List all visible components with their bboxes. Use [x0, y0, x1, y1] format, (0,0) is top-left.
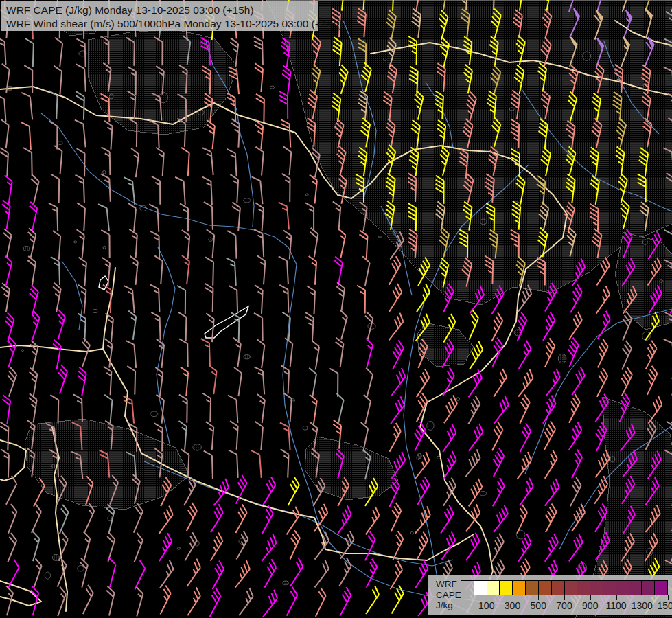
legend-label-variable: CAPE [436, 590, 461, 601]
cape-scale-cell [629, 581, 642, 595]
cape-scale-tick-label: 1100 [605, 600, 626, 611]
contour-blob [283, 581, 288, 585]
cape-scale-cell [500, 581, 513, 595]
cape-scale-cell [603, 581, 616, 595]
contour-blob [103, 170, 106, 174]
cape-legend-label: WRF CAPE J/kg [436, 579, 461, 611]
cape-scale-cell [552, 581, 565, 595]
wrf-cape-shear-map [0, 0, 672, 618]
contour-blob [193, 444, 202, 450]
contour-blob [305, 194, 308, 196]
contour-blob [417, 456, 420, 460]
cape-scale-cell [539, 581, 552, 595]
cape-scale-cell [526, 581, 539, 595]
legend-label-units: J/kg [436, 600, 461, 611]
cape-scale-tick [668, 595, 669, 600]
cape-scale-tick [513, 595, 513, 600]
cape-colorbar [461, 580, 668, 595]
contour-blob [610, 457, 615, 462]
contour-blob [558, 354, 566, 363]
cape-scale-tick [642, 595, 642, 600]
cape-scale-tick [590, 595, 591, 600]
contour-blob [642, 240, 647, 245]
contour-blob [52, 554, 59, 560]
cape-scale-cell [513, 581, 526, 595]
cape-scale-tick-label: 300 [505, 600, 520, 611]
cape-scale-cell [565, 581, 578, 595]
cape-scale-tick-label: 500 [531, 600, 546, 611]
cape-scale-tick-label: 1500 [657, 600, 672, 611]
cape-scale-tick [487, 595, 487, 600]
cape-scale-tick-label: 700 [556, 600, 572, 611]
cape-scale-cell [642, 581, 655, 595]
contour-blob [23, 246, 30, 251]
contour-blob [480, 219, 487, 225]
cape-scale-cell [590, 581, 603, 595]
map-title-overlay: WRF CAPE (J/kg) Monday 13-10-2025 03:00 … [1, 1, 318, 31]
contour-blob [244, 355, 250, 359]
contour-blob [509, 108, 514, 111]
cape-scale-tick-label: 900 [582, 600, 598, 611]
legend-label-model: WRF [436, 579, 461, 590]
cape-scale-cell [616, 581, 629, 595]
cape-scale-tick-label: 100 [478, 600, 494, 611]
cape-legend: WRF CAPE J/kg 10030050070090011001300150… [428, 575, 672, 615]
contour-blob [177, 547, 180, 549]
contour-blob [209, 238, 213, 241]
cape-scale-tick [564, 595, 565, 600]
weather-map-stage: WRF CAPE (J/kg) Monday 13-10-2025 03:00 … [0, 0, 672, 618]
cape-scale-tick [616, 595, 617, 600]
cape-scale-tick [538, 595, 539, 600]
cape-scale-cell [577, 581, 590, 595]
cape-scale-cell [461, 581, 474, 595]
title-windshear-line: WRF Wind shear (m/s) 500/1000hPa Monday … [6, 17, 313, 31]
cape-scale-tick-label: 1300 [632, 600, 653, 611]
title-cape-line: WRF CAPE (J/kg) Monday 13-10-2025 03:00 … [6, 3, 313, 17]
contour-blob [109, 94, 113, 99]
contour-blob [103, 246, 106, 249]
cape-scale-cell [487, 581, 500, 595]
cape-scale-cell [474, 581, 487, 595]
contour-blob [52, 464, 55, 468]
cape-scale-cell [655, 581, 667, 595]
